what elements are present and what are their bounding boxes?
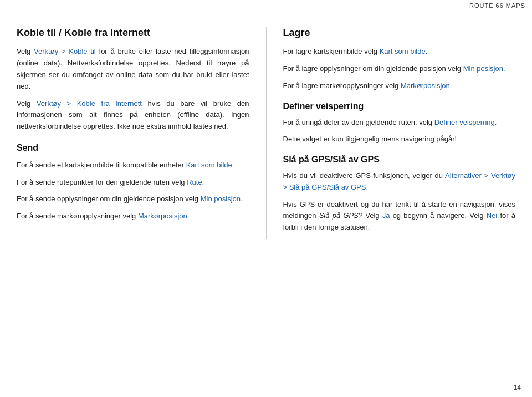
page-number: 14 (514, 384, 521, 391)
definer-para2: Dette valget er kun tilgjengelig mens na… (283, 134, 516, 145)
koble-para2-text1: Velg (17, 99, 37, 108)
send-para4-text: For å sende markøropplysninger velg (17, 212, 138, 220)
send-min-posisjon-link[interactable]: Min posisjon. (201, 195, 243, 203)
send-rute-link[interactable]: Rute. (187, 178, 204, 186)
definer-title: Definer veisperring (283, 101, 516, 113)
gps-para1: Hvis du vil deaktivere GPS-funksjonen, v… (283, 170, 516, 194)
koble-para1: Velg Verktøy > Koble til for å bruke ell… (17, 46, 249, 92)
send-kart-link[interactable]: Kart som bilde. (186, 161, 234, 169)
lagre-para1: For lagre kartskjermbilde velg Kart som … (283, 46, 516, 58)
send-para3: For å sende opplysninger om din gjeldend… (17, 194, 249, 205)
koble-section: Koble til / Koble fra Internett Velg Ver… (17, 27, 249, 133)
send-title: Send (17, 142, 249, 154)
lagre-kart-link[interactable]: Kart som bilde. (380, 47, 428, 55)
brand-header: ROUTE 66 MAPS (463, 0, 532, 11)
lagre-min-posisjon-link[interactable]: Min posisjon. (463, 64, 505, 73)
koble-para2: Velg Verktøy > Koble fra Internett hvis … (17, 98, 249, 133)
koble-para1-text1: Velg (17, 47, 34, 55)
lagre-para1-text: For lagre kartskjermbilde velg (283, 47, 380, 55)
definer-section: Definer veisperring For å unngå deler av… (283, 101, 516, 145)
lagre-section: Lagre For lagre kartskjermbilde velg Kar… (283, 27, 516, 92)
lagre-para2-text: For å lagre opplysninger om din gjeldend… (283, 64, 463, 73)
koble-fra-link[interactable]: Verktøy > Koble fra Internett (37, 99, 142, 108)
send-para3-text: For å sende opplysninger om din gjeldend… (17, 195, 201, 203)
send-para4: For å sende markøropplysninger velg Mark… (17, 211, 249, 222)
send-para1: For å sende et kartskjermbilde til kompa… (17, 160, 249, 171)
lagre-title: Lagre (283, 27, 516, 39)
send-para2: For å sende rutepunkter for den gjeldend… (17, 177, 249, 189)
send-para2-text: For å sende rutepunkter for den gjeldend… (17, 178, 187, 186)
gps-ja-link[interactable]: Ja (382, 211, 390, 220)
gps-para2: Hvis GPS er deaktivert og du har tenkt t… (283, 199, 516, 233)
send-para1-text: For å sende et kartskjermbilde til kompa… (17, 161, 186, 169)
right-column: Lagre For lagre kartskjermbilde velg Kar… (267, 27, 516, 239)
lagre-markørposisjon-link[interactable]: Markørposisjon. (401, 82, 452, 90)
send-section: Send For å sende et kartskjermbilde til … (17, 142, 249, 222)
send-markørposisjon-link[interactable]: Markørposisjon. (138, 212, 189, 220)
koble-title: Koble til / Koble fra Internett (17, 27, 249, 39)
definer-para1: For å unngå deler av den gjeldende ruten… (283, 117, 516, 129)
gps-title: Slå på GPS/Slå av GPS (283, 154, 516, 166)
lagre-para2: For å lagre opplysninger om din gjeldend… (283, 63, 516, 75)
left-column: Koble til / Koble fra Internett Velg Ver… (17, 27, 267, 239)
definer-veisperring-link[interactable]: Definer veisperring. (434, 118, 497, 126)
gps-nei-link[interactable]: Nei (487, 211, 498, 220)
lagre-para3-text: For å lagre markøropplysninger velg (283, 82, 401, 90)
gps-para1-text: Hvis du vil deaktivere GPS-funksjonen, v… (283, 171, 446, 180)
gps-italic: Slå på GPS? (319, 211, 362, 220)
definer-para1-text: For å unngå deler av den gjeldende ruten… (283, 118, 434, 126)
koble-til-link[interactable]: Verktøy > Koble til (34, 47, 96, 55)
lagre-para3: For å lagre markøropplysninger velg Mark… (283, 80, 516, 92)
gps-section: Slå på GPS/Slå av GPS Hvis du vil deakti… (283, 154, 516, 233)
